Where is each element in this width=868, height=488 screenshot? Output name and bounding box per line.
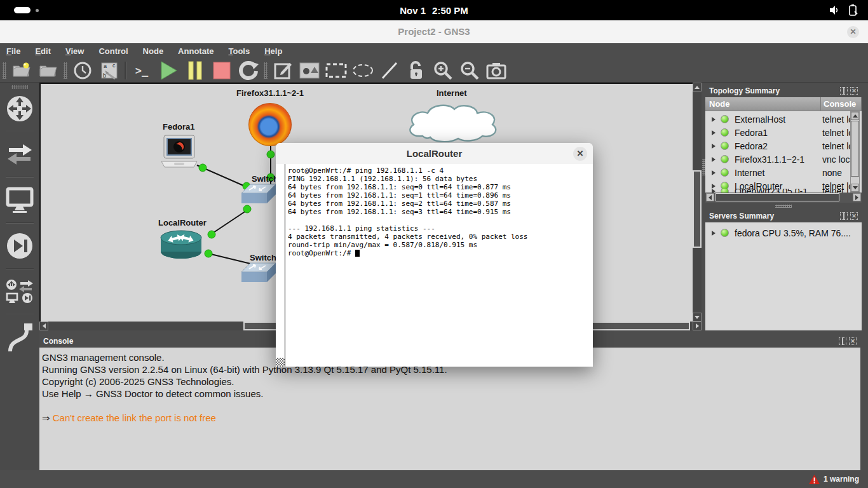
window-title-bar[interactable]: Project2 - GNS3 bbox=[0, 20, 868, 44]
dock-float-icon[interactable] bbox=[839, 337, 846, 345]
dock-close-icon[interactable]: ✕ bbox=[850, 212, 858, 220]
table-row[interactable]: Fedora2 telnet loc bbox=[705, 139, 862, 152]
system-bar: Nov 1 2:50 PM bbox=[0, 0, 868, 20]
dock-close-icon[interactable]: ✕ bbox=[849, 337, 857, 345]
device-internet-cloud-icon[interactable] bbox=[403, 103, 503, 142]
add-note-button[interactable] bbox=[271, 60, 294, 81]
dock-close-icon[interactable]: ✕ bbox=[850, 87, 858, 95]
browse-security-devices-button[interactable] bbox=[0, 227, 39, 264]
reload-icon bbox=[238, 60, 259, 81]
topology-summary-header[interactable]: Topology Summary ✕ bbox=[705, 85, 862, 97]
terminal-title-bar[interactable]: LocalRouter ✕ bbox=[276, 143, 593, 165]
add-note-icon bbox=[273, 61, 292, 80]
expander-icon[interactable] bbox=[712, 117, 715, 122]
open-project-icon bbox=[39, 62, 58, 79]
battery-icon[interactable] bbox=[848, 4, 858, 17]
time-label: 2:50 PM bbox=[432, 5, 468, 16]
browse-all-devices-button[interactable] bbox=[0, 273, 39, 310]
browse-end-devices-button[interactable] bbox=[0, 182, 39, 219]
reload-button[interactable] bbox=[237, 60, 260, 81]
palette-drag-handle[interactable] bbox=[11, 85, 28, 89]
menu-view[interactable]: View bbox=[65, 46, 84, 56]
topology-hscrollbar-thumb[interactable] bbox=[715, 193, 839, 201]
menu-control[interactable]: Control bbox=[98, 46, 128, 56]
expander-icon[interactable] bbox=[712, 144, 715, 149]
topology-hscrollbar[interactable] bbox=[705, 193, 862, 203]
terminal-close-button[interactable]: ✕ bbox=[573, 147, 587, 161]
toolbar-drag-handle[interactable] bbox=[64, 62, 67, 79]
device-localrouter-icon[interactable] bbox=[159, 229, 203, 262]
toolbar-drag-handle[interactable] bbox=[264, 62, 268, 79]
new-project-button[interactable] bbox=[10, 60, 33, 81]
server-row[interactable]: fedora CPU 3.5%, RAM 76.... bbox=[705, 226, 862, 240]
draw-line-button[interactable] bbox=[378, 60, 401, 81]
play-icon bbox=[159, 60, 178, 81]
expander-icon[interactable] bbox=[712, 157, 715, 162]
activities-indicator[interactable] bbox=[14, 7, 31, 13]
screenshot-button[interactable] bbox=[485, 60, 508, 81]
status-bar: 1 warning bbox=[0, 470, 868, 488]
suspend-button[interactable] bbox=[184, 60, 207, 81]
camera-icon bbox=[486, 62, 506, 79]
interface-labels-button[interactable]: a c b bbox=[98, 60, 121, 81]
topology-vscrollbar-thumb[interactable] bbox=[851, 121, 859, 177]
column-header-node[interactable]: Node bbox=[705, 97, 821, 111]
console-line: Copyright (c) 2006-2025 GNS3 Technologie… bbox=[42, 376, 860, 388]
terminal-body[interactable]: root@OpenWrt:/# ping 192.168.1.1 -c 4 PI… bbox=[276, 164, 593, 367]
expander-icon[interactable] bbox=[712, 170, 715, 175]
device-switch1-icon[interactable] bbox=[240, 183, 277, 208]
warning-status[interactable]: 1 warning bbox=[809, 470, 859, 488]
dock-float-icon[interactable] bbox=[840, 212, 848, 220]
stop-button[interactable] bbox=[210, 60, 233, 81]
snapshot-button[interactable] bbox=[71, 60, 94, 81]
volume-icon[interactable] bbox=[829, 4, 840, 16]
palette-separator bbox=[6, 131, 34, 132]
menu-file[interactable]: File bbox=[6, 46, 20, 56]
menu-tools[interactable]: Tools bbox=[228, 46, 250, 56]
terminal-resize-grip[interactable] bbox=[276, 358, 285, 367]
expander-icon[interactable] bbox=[712, 184, 715, 189]
terminal-scrollbar[interactable] bbox=[276, 164, 285, 358]
device-switch2-icon[interactable] bbox=[240, 262, 277, 287]
device-fedora1-icon[interactable] bbox=[159, 135, 200, 169]
start-button[interactable] bbox=[157, 60, 180, 81]
topology-vscrollbar[interactable] bbox=[850, 111, 860, 193]
open-project-button[interactable] bbox=[37, 60, 60, 81]
canvas-vscrollbar[interactable] bbox=[693, 83, 702, 322]
zoom-in-icon bbox=[433, 60, 453, 81]
device-firefox-icon[interactable] bbox=[248, 103, 292, 146]
zoom-in-button[interactable] bbox=[431, 60, 454, 81]
table-row[interactable]: ExternalHost telnet loc bbox=[705, 112, 862, 126]
menu-edit[interactable]: Edit bbox=[35, 46, 51, 56]
terminal-title: LocalRouter bbox=[276, 143, 593, 164]
zoom-out-button[interactable] bbox=[458, 60, 481, 81]
servers-summary-header[interactable]: Servers Summary ✕ bbox=[705, 210, 862, 222]
draw-ellipse-button[interactable] bbox=[351, 60, 374, 81]
menu-node[interactable]: Node bbox=[143, 46, 164, 56]
splitter-handle[interactable] bbox=[775, 205, 792, 208]
browse-switches-button[interactable] bbox=[0, 136, 39, 173]
table-row[interactable]: Internet none bbox=[705, 166, 862, 179]
workspace-dot[interactable] bbox=[36, 9, 39, 12]
add-link-button[interactable] bbox=[0, 319, 39, 361]
browse-routers-button[interactable] bbox=[0, 90, 39, 127]
clock[interactable]: Nov 1 2:50 PM bbox=[370, 0, 498, 20]
terminal-line: round-trip min/avg/max = 0.587/0.818/0.9… bbox=[288, 241, 528, 249]
insert-picture-button[interactable] bbox=[298, 60, 321, 81]
canvas-vscrollbar-thumb[interactable] bbox=[693, 170, 702, 248]
table-row[interactable]: Fedora1 telnet loc bbox=[705, 126, 862, 139]
toolbar-drag-handle[interactable] bbox=[3, 62, 6, 79]
column-header-console[interactable]: Console bbox=[821, 97, 862, 111]
dock-float-icon[interactable] bbox=[840, 87, 848, 95]
expander-icon[interactable] bbox=[712, 231, 715, 236]
draw-rectangle-button[interactable] bbox=[325, 60, 348, 81]
menu-annotate[interactable]: Annotate bbox=[178, 46, 214, 56]
lock-button[interactable] bbox=[405, 60, 428, 81]
console-connect-button[interactable]: >_ bbox=[130, 60, 153, 81]
table-row[interactable]: Firefox31.1.1~2-1 vnc loca bbox=[705, 152, 862, 166]
window-close-button[interactable]: ✕ bbox=[847, 26, 859, 38]
svg-text:b: b bbox=[103, 72, 106, 79]
menu-help[interactable]: Help bbox=[264, 46, 282, 56]
expander-icon[interactable] bbox=[712, 130, 715, 135]
terminal-prompt-line: root@OpenWrt:/# bbox=[288, 249, 528, 257]
